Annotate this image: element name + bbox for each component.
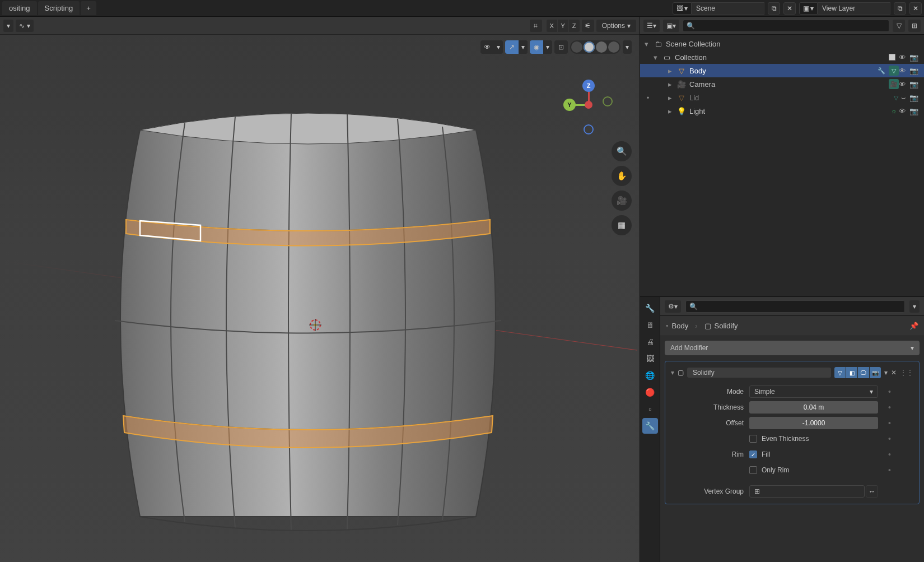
scene-close-button[interactable]: ✕ xyxy=(783,2,796,15)
shade-material[interactable] xyxy=(596,41,607,53)
overlay-toggle[interactable]: ◉ xyxy=(530,40,543,54)
mesh-data-icon[interactable]: ▽ xyxy=(891,92,901,103)
ptab-scene[interactable]: 🌐 xyxy=(642,368,658,383)
shade-chevron[interactable]: ▾ xyxy=(623,40,632,54)
shade-solid[interactable] xyxy=(584,41,595,53)
scene-selector[interactable]: 🖼▾ Scene xyxy=(673,2,764,15)
eye-icon[interactable]: 👁 xyxy=(899,80,906,89)
ptab-render[interactable]: 🖥 xyxy=(642,317,658,333)
mod-realtime-toggle[interactable]: 🖵 xyxy=(858,367,869,378)
shade-wireframe[interactable] xyxy=(571,41,582,53)
properties-options[interactable]: ⚙▾ xyxy=(665,300,681,313)
keyframe-dot[interactable]: • xyxy=(888,403,891,412)
mesh-edit-toggle[interactable]: ⌗ xyxy=(530,20,542,32)
viewport-canvas[interactable]: 👁 ▾ ↗ ▾ ◉ ▾ ⊡ xyxy=(0,35,640,562)
breadcrumb-object[interactable]: ▫Body xyxy=(666,322,688,330)
orientation-gizmo[interactable]: Z Y xyxy=(563,80,614,130)
keyframe-dot[interactable]: • xyxy=(888,387,891,396)
modifier-extras-chevron[interactable]: ▾ xyxy=(884,369,888,377)
fill-checkbox[interactable]: ✓ xyxy=(749,450,757,458)
gizmo-toggle[interactable]: ↗ xyxy=(505,40,519,54)
curve-mode-dropdown[interactable]: ∿ ▾ xyxy=(16,20,34,32)
tree-item-lid[interactable]: • ▸ ▽ Lid ▽ ⌣ 📷 xyxy=(640,91,924,104)
keyframe-dot[interactable]: • xyxy=(888,450,891,459)
outliner-display-mode[interactable]: ☰▾ xyxy=(643,20,660,32)
mod-cage-toggle[interactable]: ◧ xyxy=(846,367,857,378)
viewlayer-selector[interactable]: ▣▾ View Layer xyxy=(799,2,890,15)
tab-add[interactable]: + xyxy=(81,1,96,15)
camera-render-icon[interactable]: 📷 xyxy=(909,53,918,62)
vertex-group-invert[interactable]: ↔ xyxy=(866,485,878,498)
gizmo-z-axis[interactable]: Z xyxy=(582,80,595,92)
pin-icon[interactable]: 📌 xyxy=(909,322,918,330)
gizmo-y-axis[interactable]: Y xyxy=(563,99,576,111)
outliner-tree[interactable]: ▾ 🗀 Scene Collection ▾ ▭ Collection 👁 📷 xyxy=(640,35,924,296)
shade-rendered[interactable] xyxy=(608,41,619,53)
outliner-new-collection[interactable]: ⊞ xyxy=(908,20,921,32)
gizmo-neg-z[interactable] xyxy=(584,124,594,134)
mod-render-toggle[interactable]: 📷 xyxy=(870,367,881,378)
viewlayer-name-field[interactable]: View Layer xyxy=(818,2,890,15)
light-data-icon[interactable]: ☼ xyxy=(889,106,899,116)
ptab-world[interactable]: 🔴 xyxy=(642,384,658,400)
axis-z[interactable]: Z xyxy=(569,20,580,32)
tab-scripting[interactable]: Scripting xyxy=(38,1,80,15)
pan-button[interactable]: ✋ xyxy=(612,166,632,186)
tree-item-light[interactable]: ▸ 💡 Light ☼ 👁 📷 xyxy=(640,104,924,118)
ptab-output[interactable]: 🖨 xyxy=(642,334,658,350)
even-thickness-checkbox[interactable] xyxy=(749,435,757,443)
offset-input[interactable]: -1.0000 xyxy=(749,417,878,429)
visibility-chevron[interactable]: ▾ xyxy=(494,40,503,54)
options-dropdown[interactable]: Options ▾ xyxy=(596,20,636,32)
mode-dropdown[interactable]: Simple▾ xyxy=(749,385,878,398)
only-rim-checkbox[interactable] xyxy=(749,466,757,474)
eye-closed-icon[interactable]: ⌣ xyxy=(901,93,906,102)
mod-editmode-toggle[interactable]: ▽ xyxy=(834,367,846,378)
tree-item-camera[interactable]: ▸ 🎥 Camera 🎥 👁 📷 xyxy=(640,77,924,91)
eye-icon[interactable]: 👁 xyxy=(899,107,906,115)
modifier-drag-handle[interactable]: ⋮⋮ xyxy=(900,369,913,377)
breadcrumb-modifier[interactable]: ▢Solidify xyxy=(704,322,738,330)
eye-icon[interactable]: 👁 xyxy=(899,67,906,75)
ptab-tool[interactable]: 🔧 xyxy=(642,300,658,316)
keyframe-dot[interactable]: • xyxy=(888,466,891,475)
visibility-menu[interactable]: 👁 xyxy=(480,40,494,54)
outliner-view-mode[interactable]: ▣▾ xyxy=(663,20,679,32)
gizmo-chevron[interactable]: ▾ xyxy=(519,40,528,54)
perspective-toggle-button[interactable]: ▦ xyxy=(612,215,632,235)
tab-compositing[interactable]: ositing xyxy=(2,1,37,15)
modifier-delete-button[interactable]: ✕ xyxy=(891,369,897,377)
properties-search-input[interactable]: 🔍 xyxy=(685,300,905,313)
keyframe-dot[interactable]: • xyxy=(888,434,891,443)
mesh-data-icon[interactable]: ▽ xyxy=(889,66,899,76)
viewlayer-close-button[interactable]: ✕ xyxy=(909,2,922,15)
snap-dropdown[interactable]: ▾ xyxy=(3,20,13,32)
thickness-input[interactable]: 0.04 m xyxy=(749,401,878,414)
xray-toggle[interactable]: ⊡ xyxy=(554,40,568,54)
zoom-button[interactable]: 🔍 xyxy=(612,141,632,161)
camera-render-icon[interactable]: 📷 xyxy=(909,80,918,89)
outliner-filter-button[interactable]: ▽ xyxy=(893,20,905,32)
vertex-group-selector[interactable]: ⊞ xyxy=(749,485,865,498)
tree-scene-collection[interactable]: ▾ 🗀 Scene Collection xyxy=(640,37,924,50)
modifier-name-field[interactable]: Solidify xyxy=(687,368,831,378)
scene-name-field[interactable]: Scene xyxy=(692,2,764,15)
tree-item-body[interactable]: ▸ ▽ Body 🔧 ▽ 👁 📷 xyxy=(640,64,924,77)
outliner-search-input[interactable]: 🔍 xyxy=(683,20,889,32)
camera-data-icon[interactable]: 🎥 xyxy=(889,79,899,89)
collection-exclude-checkbox[interactable] xyxy=(889,54,895,61)
axis-x[interactable]: X xyxy=(547,20,557,32)
add-modifier-dropdown[interactable]: Add Modifier▾ xyxy=(665,341,920,355)
panel-toggle[interactable]: ▾ xyxy=(671,369,674,377)
properties-chevron[interactable]: ▾ xyxy=(909,300,920,313)
automerge-toggle[interactable]: ⚟ xyxy=(582,20,594,32)
tree-collection[interactable]: ▾ ▭ Collection 👁 📷 xyxy=(640,50,924,64)
camera-render-icon[interactable]: 📷 xyxy=(909,94,918,102)
keyframe-dot[interactable]: • xyxy=(888,419,891,428)
viewlayer-new-button[interactable]: ⧉ xyxy=(894,2,906,15)
ptab-modifier[interactable]: 🔧 xyxy=(642,418,658,434)
overlay-chevron[interactable]: ▾ xyxy=(543,40,552,54)
camera-render-icon[interactable]: 📷 xyxy=(909,107,918,115)
ptab-object[interactable]: ▫ xyxy=(642,401,658,417)
scene-new-button[interactable]: ⧉ xyxy=(768,2,780,15)
